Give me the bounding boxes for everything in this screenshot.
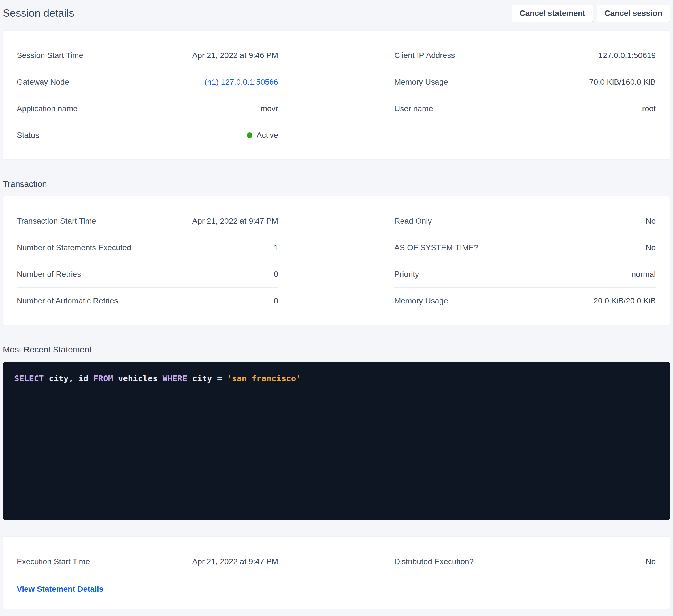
row-label: Read Only [394,217,432,225]
page-header: Session details Cancel statement Cancel … [3,0,670,31]
session-memory-usage-row: Memory Usage 70.0 KiB/160.0 KiB [394,69,656,95]
row-value: No [646,557,656,566]
page-title: Session details [3,7,74,19]
row-value: 0 [274,270,278,278]
header-actions: Cancel statement Cancel session [508,5,670,22]
gateway-node-row: Gateway Node (n1) 127.0.0.1:50566 [17,69,278,95]
row-value: movr [261,104,278,113]
row-value: 1 [274,244,278,252]
cancel-statement-button[interactable]: Cancel statement [511,5,593,22]
row-value: Apr 21, 2022 at 9:47 PM [192,557,278,566]
transaction-card: Transaction Start Time Apr 21, 2022 at 9… [3,196,670,325]
execution-start-time-row: Execution Start Time Apr 21, 2022 at 9:4… [17,548,278,575]
execution-left-column: Execution Start Time Apr 21, 2022 at 9:4… [17,548,278,596]
row-label: Number of Retries [17,270,81,278]
sql-text: city, id [44,374,93,383]
statements-executed-row: Number of Statements Executed 1 [17,234,278,261]
read-only-row: Read Only No [394,208,656,234]
active-status-dot-icon [247,132,252,138]
cancel-session-button[interactable]: Cancel session [597,5,670,22]
row-value: normal [631,270,656,278]
row-label: Priority [394,270,419,278]
row-label: Application name [17,104,77,113]
distributed-execution-row: Distributed Execution? No [394,548,656,575]
row-value: (n1) 127.0.0.1:50566 [205,78,278,86]
transaction-memory-usage-row: Memory Usage 20.0 KiB/20.0 KiB [394,288,656,314]
session-summary-card: Session Start Time Apr 21, 2022 at 9:46 … [3,31,670,160]
row-value: 127.0.0.1:50619 [599,51,656,59]
row-label: Transaction Start Time [17,217,96,225]
row-label: Execution Start Time [17,557,90,566]
sql-text: city = [187,374,227,383]
row-label: Distributed Execution? [394,557,474,566]
row-value: No [646,217,656,225]
client-ip-row: Client IP Address 127.0.0.1:50619 [394,42,656,69]
row-value: root [642,104,656,113]
transaction-left-column: Transaction Start Time Apr 21, 2022 at 9… [17,208,278,314]
row-label: Memory Usage [394,297,448,305]
session-summary-right-column: Client IP Address 127.0.0.1:50619 Memory… [394,42,656,122]
row-value: 0 [274,297,278,305]
row-label: Session Start Time [17,51,83,59]
session-details-page: Session details Cancel statement Cancel … [0,0,673,609]
application-name-row: Application name movr [17,95,278,122]
execution-right-column: Distributed Execution? No [394,548,656,575]
sql-keyword: FROM [93,374,113,383]
user-name-row: User name root [394,95,656,122]
gateway-node-link[interactable]: (n1) 127.0.0.1:50566 [205,77,278,86]
sql-text: vehicles [113,374,163,383]
row-label: Memory Usage [394,78,448,86]
session-summary-left-column: Session Start Time Apr 21, 2022 at 9:46 … [17,42,278,148]
priority-row: Priority normal [394,261,656,288]
execution-details-card: Execution Start Time Apr 21, 2022 at 9:4… [3,537,670,609]
row-value: 70.0 KiB/160.0 KiB [589,78,656,86]
sql-string-literal: 'san francisco' [227,374,301,383]
row-value: No [646,244,656,252]
most-recent-statement-heading: Most Recent Statement [3,345,670,354]
row-value: Apr 21, 2022 at 9:46 PM [192,51,278,59]
status-text: Active [257,131,278,139]
row-label: Status [17,131,39,139]
row-label: AS OF SYSTEM TIME? [394,244,478,252]
row-label: Number of Automatic Retries [17,297,118,305]
sql-statement-text: SELECT city, id FROM vehicles WHERE city… [14,372,659,384]
transaction-right-column: Read Only No AS OF SYSTEM TIME? No Prior… [394,208,656,314]
row-label: Gateway Node [17,78,69,86]
status-row: Status Active [17,122,278,148]
view-statement-details-link[interactable]: View Statement Details [17,585,103,593]
session-start-time-row: Session Start Time Apr 21, 2022 at 9:46 … [17,42,278,69]
row-value: Apr 21, 2022 at 9:47 PM [192,217,278,225]
row-label: Number of Statements Executed [17,244,132,252]
row-label: Client IP Address [394,51,455,59]
row-label: User name [394,104,433,113]
as-of-system-time-row: AS OF SYSTEM TIME? No [394,234,656,261]
automatic-retries-row: Number of Automatic Retries 0 [17,288,278,314]
row-value: 20.0 KiB/20.0 KiB [594,297,656,305]
sql-keyword: WHERE [163,374,187,383]
view-statement-details-row: View Statement Details [17,575,278,596]
number-of-retries-row: Number of Retries 0 [17,261,278,288]
row-value: Active [247,131,278,139]
sql-code-block: SELECT city, id FROM vehicles WHERE city… [3,362,670,520]
transaction-section-heading: Transaction [3,179,670,189]
transaction-start-time-row: Transaction Start Time Apr 21, 2022 at 9… [17,208,278,234]
sql-keyword: SELECT [14,374,44,383]
